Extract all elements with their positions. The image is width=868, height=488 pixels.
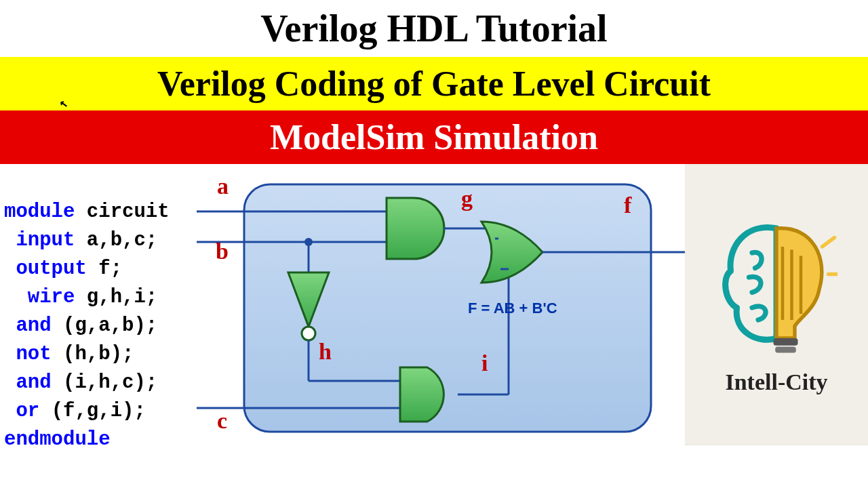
svg-rect-20 bbox=[775, 346, 796, 352]
kw-not: not bbox=[4, 343, 63, 365]
label-b: b bbox=[216, 239, 229, 264]
label-a: a bbox=[217, 174, 229, 199]
code-text: g,h,i; bbox=[87, 286, 157, 308]
code-text: a,b,c; bbox=[87, 229, 157, 251]
label-i: i bbox=[481, 350, 488, 376]
code-block: module circuit input a,b,c; output f; wi… bbox=[0, 164, 197, 445]
kw-endmodule: endmodule bbox=[4, 428, 111, 445]
intell-city-icon bbox=[715, 215, 837, 364]
code-text: (h,b); bbox=[63, 343, 134, 365]
label-g: g bbox=[461, 186, 473, 211]
label-f: f bbox=[624, 192, 631, 218]
content-row: module circuit input a,b,c; output f; wi… bbox=[0, 164, 868, 445]
banner-tutorial: Verilog HDL Tutorial bbox=[0, 0, 868, 57]
code-text: (i,h,c); bbox=[63, 371, 157, 394]
circuit-diagram: a b c g h i f F = AB + B'C bbox=[197, 164, 685, 445]
kw-and: and bbox=[4, 371, 63, 394]
banner-modelsim: ModelSim Simulation bbox=[0, 110, 868, 164]
label-h: h bbox=[319, 339, 332, 365]
svg-line-21 bbox=[823, 237, 835, 247]
kw-output: output bbox=[4, 258, 98, 280]
kw-and: and bbox=[4, 314, 63, 337]
logo-area: Intell-City bbox=[685, 164, 868, 445]
kw-or: or bbox=[4, 400, 52, 422]
svg-point-6 bbox=[302, 327, 315, 340]
banner-subtitle: Verilog Coding of Gate Level Circuit bbox=[0, 57, 868, 110]
equation: F = AB + B'C bbox=[468, 300, 557, 317]
code-text: (g,a,b); bbox=[63, 314, 157, 337]
kw-module: module bbox=[4, 201, 87, 223]
kw-wire: wire bbox=[4, 286, 87, 308]
svg-rect-19 bbox=[774, 338, 798, 346]
kw-input: input bbox=[4, 229, 87, 251]
logo-text: Intell-City bbox=[725, 369, 827, 395]
code-text: f; bbox=[98, 258, 122, 280]
code-text: (f,g,i); bbox=[52, 400, 146, 422]
code-text: circuit bbox=[87, 201, 170, 223]
label-c: c bbox=[217, 408, 227, 434]
